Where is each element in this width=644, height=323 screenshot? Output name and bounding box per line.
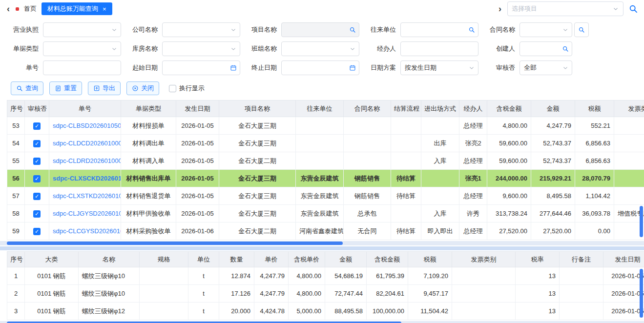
ledger-cell-audit: ✓ [25,170,49,187]
ledger-column-header-agent[interactable]: 经办人 [459,101,487,117]
detail-column-header-tax_rate[interactable]: 税率 [516,252,560,267]
ledger-cell-tax_incl_amount: 27,520.00 [487,222,531,240]
ledger-column-header-doc_no[interactable]: 单号 [49,101,121,117]
doc-no-link[interactable]: sdpc-CLDRD2026010000 [53,157,121,164]
detail-column-header-row_remark[interactable]: 行备注 [560,252,603,267]
ledger-column-header-audit[interactable]: 审核否 [25,101,49,117]
ledger-cell-invoice_type [614,152,644,170]
ledger-column-header-doc_type[interactable]: 单据类型 [121,101,176,117]
project-name-search[interactable] [281,22,359,37]
tab-close-icon[interactable]: × [103,5,106,13]
project-select[interactable]: 选择项目 [507,1,623,16]
ledger-row[interactable]: 57✓sdpc-CLXSTKD20260105材料销售退货单2026-01-05… [7,187,644,205]
date-scheme-select[interactable]: 按发生日期 [400,61,478,75]
doc-no-link[interactable]: sdpc-CLDCD2026010000 [53,140,121,147]
doc-type-select[interactable] [43,41,121,56]
detail-column-header-unit[interactable]: 单位 [188,252,219,267]
ledger-hscroll-thumb[interactable] [7,242,343,245]
audit-status-select[interactable]: 全部 [519,61,572,75]
ledger-column-header-tax[interactable]: 税额 [575,101,614,117]
audit-checkbox[interactable]: ✓ [33,228,41,235]
ledger-row[interactable]: 58✓sdpc-CLJGYSD20260105材料甲供验收单2026-01-05… [7,205,644,222]
detail-vertical-scrollbar[interactable] [640,269,643,318]
ledger-row[interactable]: 59✓sdpc-CLCGYSD20260106材料采购验收单2026-01-06… [7,222,644,240]
filter-label-counterpart-unit: 往来单位 [364,25,400,34]
audit-checkbox[interactable]: ✓ [33,122,41,130]
ledger-column-header-seq[interactable]: 序号 [7,101,25,117]
reset-button[interactable]: 重置 [49,81,82,95]
doc-no-input[interactable] [43,61,121,75]
detail-row[interactable]: 30101 钢筋螺纹三级钢φ12t20.0004,424.785,000.008… [7,303,644,320]
tab-material-ledger-query[interactable]: 材料总账万能查询 × [42,2,112,15]
nav-forward-icon[interactable]: › [498,4,502,14]
detail-column-header-tax_incl_price[interactable]: 含税单价 [289,252,325,267]
ledger-cell-tax_incl_amount: 59,600.00 [487,152,531,170]
contract-name-select[interactable] [519,22,572,37]
ledger-column-header-settle_flow[interactable]: 结算流程 [391,101,421,117]
ledger-column-header-invoice_type[interactable]: 发票类别 [614,101,644,117]
ledger-row[interactable]: 53✓sdpc-CLBSD2026010500材料报损单2026-01-05金石… [7,117,644,135]
detail-column-header-invoice_type[interactable]: 发票类别 [452,252,516,267]
detail-column-header-amount[interactable]: 金额 [325,252,367,267]
audit-checkbox[interactable]: ✓ [33,140,41,147]
wrap-display-checkbox[interactable]: 换行显示 [169,84,205,93]
checkbox-icon[interactable] [169,85,176,92]
detail-column-header-name[interactable]: 名称 [79,252,140,267]
ledger-column-header-contract[interactable]: 合同名称 [344,101,391,117]
contract-name-search-button[interactable] [574,22,589,37]
close-button[interactable]: 关闭 [126,81,159,95]
filter-start-date: 起始日期 [126,61,245,75]
team-name-select[interactable] [281,41,359,56]
detail-column-header-tax[interactable]: 税额 [408,252,452,267]
detail-column-header-date[interactable]: 发生日期 [603,252,644,267]
export-button[interactable]: 导出 [88,81,121,95]
detail-column-header-spec[interactable]: 规格 [140,252,188,267]
audit-checkbox[interactable]: ✓ [33,158,41,165]
nav-back-icon[interactable]: ‹ [6,4,11,14]
detail-row[interactable]: 20101 钢筋螺纹三级钢φ10t17.1264,247.794,800.007… [7,285,644,303]
search-icon[interactable] [628,4,638,14]
end-date-date[interactable] [281,61,359,75]
detail-column-header-tax_incl_amount[interactable]: 含税金额 [367,252,408,267]
ledger-cell-tax: 0.00 [575,222,614,240]
detail-horizontal-scrollbar[interactable] [0,321,644,323]
search-icon [562,45,569,52]
detail-column-header-seq[interactable]: 序号 [7,252,25,267]
ledger-column-header-project[interactable]: 项目名称 [219,101,296,117]
ledger-row[interactable]: 55✓sdpc-CLDRD2026010000材料调入单2026-01-05金石… [7,152,644,170]
creator-search[interactable] [519,41,572,56]
ledger-column-header-counterpart[interactable]: 往来单位 [296,101,344,117]
doc-no-link[interactable]: sdpc-CLCGYSD20260106 [53,227,121,235]
audit-checkbox[interactable]: ✓ [33,193,41,200]
detail-row[interactable]: 10101 钢筋螺纹三级钢φ10t12.8744,247.794,800.005… [7,267,644,285]
filter-date-scheme: 日期方案按发生日期 [364,61,483,75]
ledger-column-header-inout_mode[interactable]: 进出场方式 [421,101,459,117]
table-splitter[interactable] [0,246,644,250]
query-button[interactable]: 查询 [11,81,43,95]
company-name-select[interactable] [162,22,240,37]
counterpart-unit-search[interactable] [400,22,478,37]
ledger-row[interactable]: 56✓sdpc-CLXSCKD20260105材料销售出库单2026-01-05… [7,170,644,187]
start-date-date[interactable] [162,61,240,75]
audit-checkbox[interactable]: ✓ [33,175,41,182]
doc-no-link[interactable]: sdpc-CLBSD2026010500 [53,122,121,129]
ledger-column-header-amount[interactable]: 金额 [531,101,575,117]
detail-column-header-unit_price[interactable]: 单价 [254,252,289,267]
detail-column-header-qty[interactable]: 数量 [219,252,254,267]
audit-checkbox[interactable]: ✓ [33,210,41,218]
doc-no-link[interactable]: sdpc-CLXSTKD20260105 [53,192,121,200]
doc-no-link[interactable]: sdpc-CLJGYSD20260105 [53,210,121,217]
ledger-column-header-date[interactable]: 发生日期 [176,101,219,117]
ledger-column-header-tax_incl_amount[interactable]: 含税金额 [487,101,531,117]
warehouse-name-select[interactable] [162,41,240,56]
detail-column-header-category[interactable]: 大类 [25,252,79,267]
ledger-cell-tax: 552.21 [575,117,614,135]
ledger-row[interactable]: 54✓sdpc-CLDCD2026010000材料调出单2026-01-05金石… [7,135,644,152]
agent-input[interactable] [400,41,478,56]
doc-no-link[interactable]: sdpc-CLXSCKD20260105 [53,175,121,182]
business-license-select[interactable] [43,22,121,37]
ledger-vertical-scrollbar[interactable] [640,206,643,237]
ledger-horizontal-scrollbar[interactable] [0,241,644,245]
home-icon [16,7,19,11]
home-link[interactable]: 首页 [24,4,37,13]
